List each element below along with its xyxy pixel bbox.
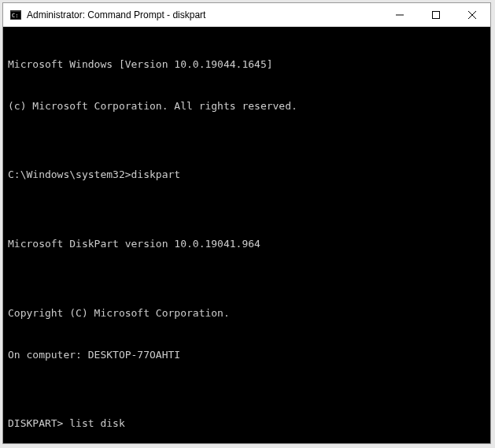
output-line: On computer: DESKTOP-77OAHTI — [8, 348, 486, 362]
svg-rect-4 — [433, 12, 440, 19]
command-prompt-window: C: Administrator: Command Prompt - diskp… — [2, 2, 491, 444]
prompt-line: DISKPART> list disk — [8, 417, 486, 431]
minimize-button[interactable] — [382, 3, 418, 27]
terminal-body[interactable]: Microsoft Windows [Version 10.0.19044.16… — [3, 27, 490, 443]
output-line: (c) Microsoft Corporation. All rights re… — [8, 99, 486, 113]
svg-text:C:: C: — [12, 13, 18, 19]
output-line: Microsoft Windows [Version 10.0.19044.16… — [8, 57, 486, 72]
titlebar[interactable]: C: Administrator: Command Prompt - diskp… — [3, 3, 490, 27]
window-controls — [382, 3, 490, 27]
app-icon: C: — [9, 9, 22, 21]
maximize-button[interactable] — [418, 3, 454, 27]
output-line: Microsoft DiskPart version 10.0.19041.96… — [8, 237, 486, 251]
prompt-line: C:\Windows\system32>diskpart — [8, 168, 486, 182]
close-button[interactable] — [454, 3, 490, 27]
window-title: Administrator: Command Prompt - diskpart — [27, 9, 382, 20]
output-line: Copyright (C) Microsoft Corporation. — [8, 306, 486, 320]
